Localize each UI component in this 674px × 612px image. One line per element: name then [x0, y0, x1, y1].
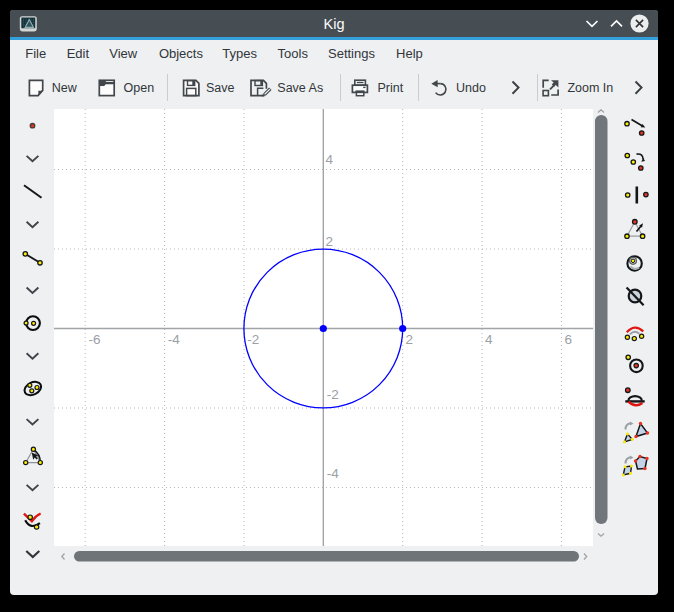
svg-text:-2: -2 — [247, 332, 259, 347]
svg-text:4: 4 — [326, 152, 334, 167]
svg-text:6: 6 — [564, 332, 572, 347]
svg-text:-4: -4 — [327, 466, 339, 481]
svg-text:4: 4 — [485, 332, 493, 347]
svg-text:2: 2 — [326, 234, 334, 249]
svg-text:-2: -2 — [327, 387, 339, 402]
svg-text:-6: -6 — [88, 332, 100, 347]
svg-text:-4: -4 — [168, 332, 180, 347]
svg-text:2: 2 — [406, 332, 414, 347]
